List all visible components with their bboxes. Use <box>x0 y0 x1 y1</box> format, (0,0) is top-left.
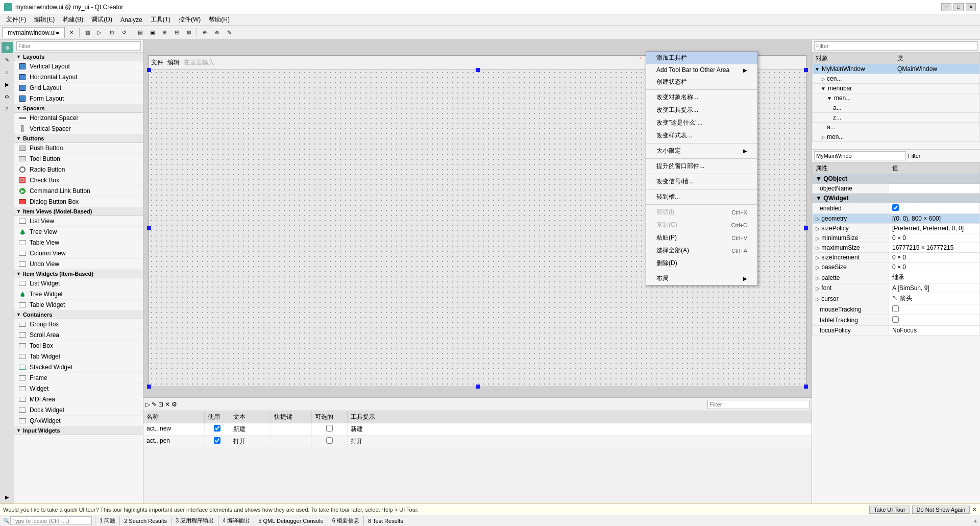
form-menu-file[interactable]: 文件 <box>151 58 163 67</box>
tb-btn-4[interactable]: ↺ <box>118 27 130 38</box>
item-widget[interactable]: Widget <box>14 384 143 394</box>
prop-sizeincrement[interactable]: ▷ sizeIncrement 0 × 0 <box>813 253 980 262</box>
sidebar-projects[interactable]: ⚙ <box>2 91 13 102</box>
prop-sizepolicy-expand[interactable]: ▷ <box>816 226 820 231</box>
category-buttons[interactable]: ▼ Buttons <box>14 134 143 143</box>
menu-debug[interactable]: 调试(D) <box>87 14 116 25</box>
prop-mousetrack-value[interactable] <box>889 304 980 315</box>
tree-caret-menu[interactable]: ▼ <box>827 95 832 101</box>
obj-row-menu[interactable]: ▼ men... <box>813 93 980 103</box>
category-containers[interactable]: ▼ Containers <box>14 310 143 319</box>
item-list-widget[interactable]: List Widget <box>14 278 143 289</box>
prop-cursor-expand[interactable]: ▷ <box>816 296 820 302</box>
tab-search-results[interactable]: 2 Search Results <box>120 517 172 525</box>
item-list-view[interactable]: List View <box>14 216 143 227</box>
category-input-widgets[interactable]: ▼ Input Widgets <box>14 426 143 435</box>
item-check-box[interactable]: ✓ Check Box <box>14 175 143 186</box>
menu-build[interactable]: 构建(B) <box>59 14 87 25</box>
ctx-selectall[interactable]: 选择全部(A) Ctrl+A <box>646 244 757 257</box>
handle-ml[interactable] <box>147 226 151 230</box>
item-form-layout[interactable]: Form Layout <box>14 93 143 104</box>
prop-minsize-expand[interactable]: ▷ <box>816 235 820 241</box>
tb-btn-7[interactable]: ⊞ <box>159 27 170 38</box>
tb-btn-1[interactable]: ▥ <box>82 27 93 38</box>
menu-controls[interactable]: 控件(W) <box>175 14 205 25</box>
tree-caret-cen[interactable]: ▷ <box>821 76 825 82</box>
obj-row-mainwindow[interactable]: ▼ MyMainWindow QMainWindow <box>813 64 980 74</box>
ctx-change-tooltip[interactable]: 改变工具提示... <box>646 104 757 116</box>
prop-tablettrack-check[interactable] <box>892 316 899 323</box>
sidebar-bottom-1[interactable]: ▶ <box>2 491 13 503</box>
obj-row-z[interactable]: z... <box>813 113 980 123</box>
handle-tl[interactable] <box>147 68 151 72</box>
prop-font[interactable]: ▷ font A [SimSun, 9] <box>813 283 980 293</box>
item-stacked-widget[interactable]: Stacked Widget <box>14 362 143 373</box>
prop-maximumsize[interactable]: ▷ maximumSize 16777215 × 16777215 <box>813 243 980 253</box>
tb-btn-8[interactable]: ⊟ <box>171 27 182 38</box>
item-vertical-layout[interactable]: Vertical Layout <box>14 61 143 72</box>
tb-btn-12[interactable]: ✎ <box>224 27 235 38</box>
tree-caret-mw[interactable]: ▼ <box>815 66 820 72</box>
action-delete-btn[interactable]: ✕ <box>165 401 170 408</box>
row1-checkable[interactable] <box>312 423 348 435</box>
file-tab[interactable]: mymainwindow.ui● <box>2 27 65 38</box>
prop-geometry[interactable]: ▷ geometry [(0, 0), 800 × 600] <box>813 214 980 224</box>
row2-used[interactable] <box>205 436 230 447</box>
tab-problems[interactable]: 1 问题 <box>95 516 120 525</box>
tb-btn-2[interactable]: ▷ <box>94 27 105 38</box>
item-table-view[interactable]: Table View <box>14 237 143 248</box>
handle-bc[interactable] <box>476 385 480 389</box>
category-item-widgets[interactable]: ▼ Item Widgets (Item-Based) <box>14 270 143 278</box>
item-tab-widget[interactable]: Tab Widget <box>14 351 143 362</box>
ctx-delete[interactable]: 删除(D) <box>646 257 757 270</box>
handle-bl[interactable] <box>147 385 151 389</box>
prop-objectname[interactable]: objectName <box>813 184 980 194</box>
item-grid-layout[interactable]: Grid Layout <box>14 83 143 93</box>
menu-file[interactable]: 文件(F) <box>2 14 30 25</box>
section-qobject-expand[interactable]: ▼ <box>816 175 822 182</box>
take-ui-tour-button[interactable]: Take UI Tour <box>869 506 910 514</box>
prop-basesize[interactable]: ▷ baseSize 0 × 0 <box>813 262 980 272</box>
item-column-view[interactable]: Column View <box>14 248 143 259</box>
item-group-box[interactable]: Group Box <box>14 319 143 330</box>
obj-row-a1[interactable]: a... <box>813 103 980 113</box>
right-filter-input[interactable] <box>814 41 978 51</box>
do-not-show-button[interactable]: Do Not Show Again <box>912 506 970 514</box>
item-dialog-button-box[interactable]: Dialog Button Box <box>14 197 143 207</box>
ctx-add-toolbar-other[interactable]: Add Tool Bar to Other Area ▶ <box>646 64 757 76</box>
menu-edit[interactable]: 编辑(E) <box>30 14 59 25</box>
item-dock-widget[interactable]: Dock Widget <box>14 405 143 416</box>
ctx-change-signal[interactable]: 改变信号/槽... <box>646 175 757 188</box>
tb-btn-5[interactable]: ▤ <box>134 27 145 38</box>
form-menu-edit[interactable]: 编辑 <box>167 58 180 67</box>
tab-close-button[interactable]: ✕ <box>66 27 77 38</box>
prop-geometry-expand[interactable]: ▷ <box>816 216 820 222</box>
row2-checkable[interactable] <box>312 436 348 447</box>
action-copy-btn[interactable]: ⊡ <box>158 401 163 408</box>
sidebar-help[interactable]: ? <box>2 103 13 114</box>
item-horizontal-layout[interactable]: Horizontal Layout <box>14 72 143 83</box>
widget-filter-input[interactable] <box>16 41 141 51</box>
tb-btn-6[interactable]: ▣ <box>146 27 158 38</box>
section-qwidget-expand[interactable]: ▼ <box>816 195 822 202</box>
row1-used-check[interactable] <box>214 425 220 432</box>
locate-input[interactable] <box>10 516 92 525</box>
obj-row-a2[interactable]: a... <box>813 123 980 132</box>
tab-test-results[interactable]: 8 Test Results <box>364 517 407 525</box>
maximize-button[interactable]: □ <box>953 3 964 11</box>
prop-maxsize-expand[interactable]: ▷ <box>816 245 820 251</box>
ctx-layout[interactable]: 布局 ▶ <box>646 272 757 285</box>
prop-enabled[interactable]: enabled <box>813 203 980 214</box>
item-push-button[interactable]: Push Button <box>14 143 143 154</box>
sidebar-design[interactable]: ⌂ <box>2 66 13 78</box>
obj-row-menubar[interactable]: ▼ menubar <box>813 84 980 93</box>
tb-btn-9[interactable]: ⊠ <box>183 27 194 38</box>
ctx-copy[interactable]: 复制(C) Ctrl+C <box>646 219 757 231</box>
form-menu-input[interactable]: 在这里输入 <box>184 58 214 67</box>
ctx-change-stylesheet[interactable]: 改变样式表... <box>646 129 757 142</box>
sidebar-edit[interactable]: ✎ <box>2 54 13 65</box>
handle-mr[interactable] <box>804 226 808 230</box>
sidebar-debug[interactable]: ▶ <box>2 79 13 90</box>
action-filter-input[interactable] <box>707 400 810 409</box>
ctx-goto-slot[interactable]: 转到槽... <box>646 190 757 203</box>
